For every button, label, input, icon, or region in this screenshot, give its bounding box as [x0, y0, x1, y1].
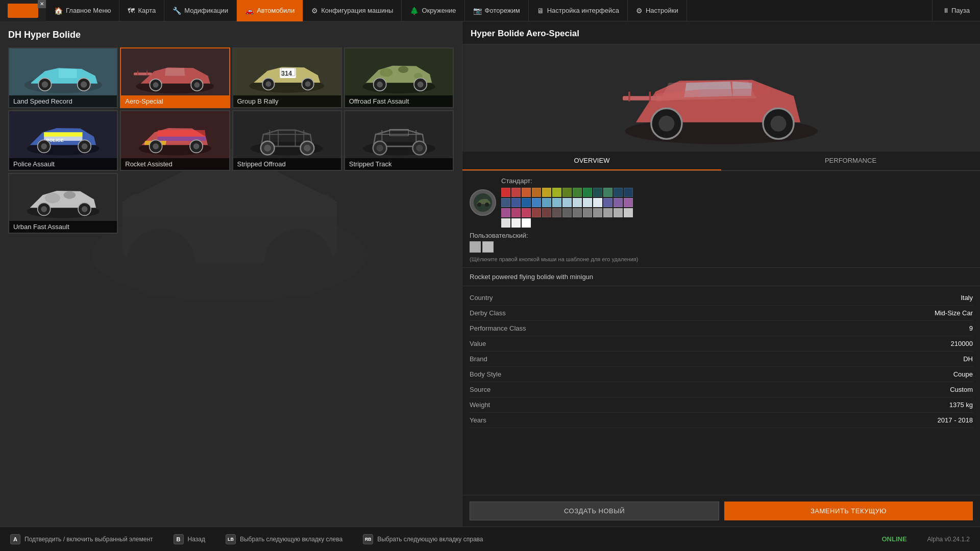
color-swatch-17[interactable]	[542, 198, 551, 207]
home-icon: 🏠	[54, 7, 63, 15]
stats-label-3: Value	[470, 340, 486, 347]
tab-performance[interactable]: PERFORMANCE	[721, 152, 980, 170]
camera-icon: 📷	[473, 7, 482, 15]
map-icon: 🗺	[128, 7, 135, 15]
color-swatch-27[interactable]	[511, 208, 521, 217]
color-swatch-21[interactable]	[583, 198, 592, 207]
stats-label-5: Body Style	[470, 370, 501, 378]
nav-settings[interactable]: ⚙ Настройки	[628, 0, 687, 21]
car-cell-rocket[interactable]: Rocket Assisted	[120, 110, 230, 171]
svg-point-68	[770, 115, 786, 131]
replace-current-button[interactable]: ЗАМЕНИТЬ ТЕКУЩУЮ	[724, 502, 973, 520]
nav-main-menu[interactable]: 🏠 Главное Меню	[46, 0, 119, 21]
tab-overview[interactable]: OVERVIEW	[462, 152, 721, 170]
svg-point-14	[194, 82, 200, 88]
color-swatch-20[interactable]	[573, 198, 582, 207]
color-swatch-32[interactable]	[562, 208, 572, 217]
color-swatch-24[interactable]	[614, 198, 623, 207]
nav-photo[interactable]: 📷 Фоторежим	[465, 0, 529, 21]
custom-colors-label: Пользовательский:	[470, 232, 973, 239]
svg-point-59	[63, 191, 75, 198]
color-swatch-33[interactable]	[573, 208, 582, 217]
color-swatch-26[interactable]	[501, 208, 510, 217]
color-swatch-38[interactable]	[624, 208, 633, 217]
pause-button[interactable]: ⏸ Пауза	[932, 0, 980, 21]
car-label-stripped-offroad: Stripped Offroad	[233, 158, 341, 170]
nav-cars[interactable]: 🚗 Автомобили	[237, 0, 303, 21]
car-svg-stripped-offroad	[241, 117, 333, 164]
color-swatch-40[interactable]	[511, 218, 521, 228]
custom-swatch-2[interactable]	[482, 241, 494, 253]
color-swatch-14[interactable]	[511, 198, 521, 207]
car-svg-offroad	[353, 55, 445, 102]
color-swatch-0[interactable]	[501, 188, 510, 197]
color-swatch-4[interactable]	[542, 188, 551, 197]
stats-row-2: Performance Class 9	[470, 321, 973, 336]
color-swatch-7[interactable]	[573, 188, 582, 197]
close-button[interactable]: ✕	[38, 0, 46, 8]
nav-map[interactable]: 🗺 Карта	[119, 0, 164, 21]
color-swatch-22[interactable]	[593, 198, 602, 207]
logo-badge	[8, 4, 38, 18]
nav-mods[interactable]: 🔧 Модификации	[164, 0, 237, 21]
custom-swatch-1[interactable]	[470, 241, 481, 253]
stats-label-2: Performance Class	[470, 324, 526, 332]
create-new-button[interactable]: СОЗДАТЬ НОВЫЙ	[470, 502, 719, 520]
car-svg-group-b: 314	[241, 55, 333, 102]
nav-ui-settings[interactable]: 🖥 Настройка интерфейса	[529, 0, 628, 21]
hint-confirm: A Подтвердить / включить выбранный элеме…	[10, 534, 153, 544]
color-swatch-8[interactable]	[583, 188, 592, 197]
color-swatch-41[interactable]	[522, 218, 531, 228]
color-swatch-16[interactable]	[532, 198, 541, 207]
color-swatch-11[interactable]	[614, 188, 623, 197]
stats-value-4: DH	[963, 355, 973, 363]
color-swatch-6[interactable]	[562, 188, 572, 197]
color-swatch-25[interactable]	[624, 198, 633, 207]
color-swatch-10[interactable]	[603, 188, 612, 197]
stats-label-7: Weight	[470, 401, 490, 409]
color-swatch-39[interactable]	[501, 218, 510, 228]
car-cell-land-speed[interactable]: Land Speed Record	[8, 47, 118, 108]
color-swatch-12[interactable]	[624, 188, 633, 197]
color-hint-text: (Щёлкните правой кнопкой мыши на шаблоне…	[470, 256, 973, 263]
car-cell-group-b[interactable]: 314 Group B Rally	[232, 47, 342, 108]
color-swatch-36[interactable]	[603, 208, 612, 217]
color-swatch-1[interactable]	[511, 188, 521, 197]
color-preview-circle[interactable]	[470, 189, 496, 216]
color-swatch-13[interactable]	[501, 198, 510, 207]
car-cell-offroad[interactable]: Offroad Fast Assault	[344, 47, 454, 108]
color-swatch-15[interactable]	[522, 198, 531, 207]
wrench-icon: 🔧	[173, 7, 181, 15]
car-label-land-speed: Land Speed Record	[9, 95, 117, 107]
car-cell-police[interactable]: POLICE Police Assault	[8, 110, 118, 171]
svg-point-12	[153, 82, 159, 88]
color-swatch-18[interactable]	[552, 198, 561, 207]
nav-car-config[interactable]: ⚙ Конфигурация машины	[303, 0, 402, 21]
color-swatch-2[interactable]	[522, 188, 531, 197]
svg-point-56	[416, 144, 423, 151]
car-cell-aero-special[interactable]: Aero-Special	[120, 47, 230, 108]
color-swatch-19[interactable]	[562, 198, 572, 207]
color-swatch-5[interactable]	[552, 188, 561, 197]
color-swatch-35[interactable]	[593, 208, 602, 217]
tree-icon: 🌲	[410, 7, 419, 15]
car-cell-stripped-track[interactable]: Stripped Track	[344, 110, 454, 171]
color-swatch-37[interactable]	[614, 208, 623, 217]
color-swatch-23[interactable]	[603, 198, 612, 207]
color-swatch-30[interactable]	[542, 208, 551, 217]
car-cell-urban[interactable]: Urban Fast Assault	[8, 173, 118, 234]
nav-environment[interactable]: 🌲 Окружение	[402, 0, 464, 21]
color-swatch-31[interactable]	[552, 208, 561, 217]
car-cell-stripped-offroad[interactable]: Stripped Offroad	[232, 110, 342, 171]
color-swatch-9[interactable]	[593, 188, 602, 197]
color-swatch-28[interactable]	[522, 208, 531, 217]
stats-value-5: Coupe	[953, 370, 973, 378]
color-swatch-29[interactable]	[532, 208, 541, 217]
svg-point-50	[304, 144, 311, 151]
stats-row-5: Body Style Coupe	[470, 367, 973, 382]
svg-point-58	[45, 193, 60, 203]
color-swatch-3[interactable]	[532, 188, 541, 197]
svg-rect-35	[44, 132, 82, 136]
color-swatch-34[interactable]	[583, 208, 592, 217]
action-buttons: СОЗДАТЬ НОВЫЙ ЗАМЕНИТЬ ТЕКУЩУЮ	[462, 495, 980, 527]
